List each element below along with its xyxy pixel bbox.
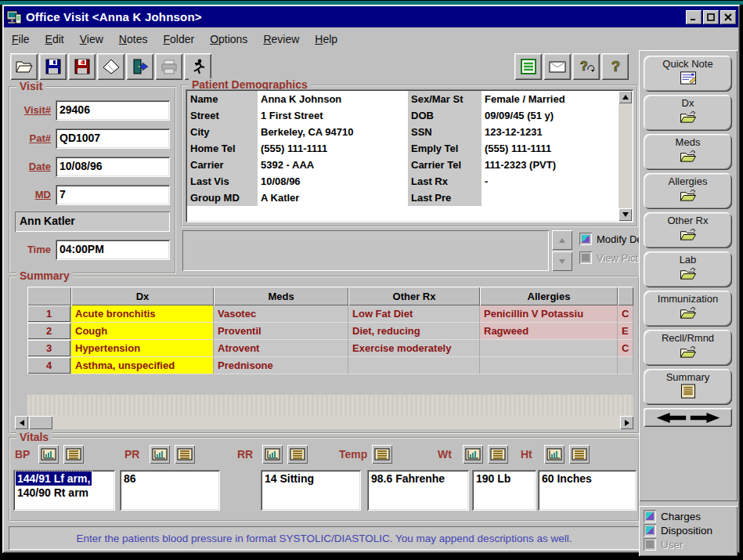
- disposition-check-icon[interactable]: [644, 524, 656, 537]
- summary-hscrollbar[interactable]: [15, 416, 633, 429]
- sidebar-nav-arrows-button[interactable]: [644, 408, 732, 427]
- extra-cell[interactable]: [618, 357, 633, 374]
- rownum-cell[interactable]: 2: [27, 323, 71, 340]
- modify-demo-check-icon[interactable]: [579, 233, 592, 245]
- header-dx[interactable]: Dx: [71, 287, 214, 305]
- other-rx-cell[interactable]: Exercise moderately: [348, 340, 480, 357]
- demographics-list[interactable]: Name Anna K Johnson Sex/Mar St Female / …: [186, 89, 633, 222]
- other-rx-cell[interactable]: Low Fat Diet: [348, 305, 480, 323]
- scroll-up-button[interactable]: [619, 91, 632, 103]
- scroll-down-button[interactable]: [619, 208, 632, 221]
- sidebar-button-other-rx[interactable]: Other Rx: [644, 212, 732, 248]
- ht-chart-button[interactable]: [544, 445, 564, 464]
- time-input[interactable]: 04:00PM: [56, 240, 170, 260]
- other-rx-cell[interactable]: Diet, reducing: [348, 323, 480, 340]
- save-as-button[interactable]: [68, 53, 96, 80]
- bp-input[interactable]: 144/91 Lf arm, 140/90 Rt arm: [13, 470, 115, 511]
- menu-file[interactable]: File: [4, 30, 38, 49]
- menu-review[interactable]: Review: [255, 30, 307, 49]
- sidebar-button-lab[interactable]: Lab: [644, 251, 732, 287]
- bp-chart-button[interactable]: [38, 445, 59, 464]
- wt-chart-button[interactable]: [463, 445, 483, 464]
- extra-cell[interactable]: C: [618, 305, 633, 323]
- patient-number-input[interactable]: QD1007: [56, 128, 170, 149]
- disposition-checkbox[interactable]: Disposition: [644, 524, 733, 537]
- header-meds[interactable]: Meds: [214, 287, 348, 305]
- open-button[interactable]: [10, 53, 38, 80]
- ht-input[interactable]: 60 Inches: [538, 470, 637, 511]
- meds-cell[interactable]: Prednisone: [214, 357, 348, 374]
- sidebar-button-quick-note[interactable]: Quick Note: [644, 56, 732, 92]
- dx-cell[interactable]: Hypertension: [71, 340, 214, 357]
- sidebar-button-recll-rmnd[interactable]: Recll/Rmnd: [644, 330, 732, 366]
- wt-input[interactable]: 190 Lb: [472, 470, 536, 511]
- scroll-left-button[interactable]: [15, 416, 28, 429]
- menu-view[interactable]: View: [72, 30, 111, 49]
- dx-cell[interactable]: Cough: [71, 323, 214, 340]
- menu-options[interactable]: Options: [202, 30, 255, 49]
- rr-list-button[interactable]: [287, 445, 308, 464]
- allergies-cell[interactable]: [480, 340, 618, 357]
- minimize-button[interactable]: [686, 10, 702, 24]
- sidebar-button-dx[interactable]: Dx: [644, 95, 732, 131]
- rownum-cell[interactable]: 4: [27, 357, 71, 374]
- context-help-button[interactable]: ?: [572, 53, 600, 80]
- notes-list-button[interactable]: [514, 53, 542, 80]
- envelope-button[interactable]: [543, 53, 571, 80]
- sidebar-button-immunization[interactable]: Immunization: [644, 291, 732, 327]
- md-input[interactable]: 7: [56, 185, 170, 205]
- other-rx-cell[interactable]: [348, 357, 480, 374]
- sidebar-button-meds[interactable]: Meds: [644, 134, 732, 170]
- demographics-scrollbar[interactable]: [619, 91, 632, 221]
- menu-edit[interactable]: Edit: [38, 30, 72, 49]
- sidebar-button-allergies[interactable]: Allergies: [644, 173, 732, 209]
- run-button[interactable]: [184, 53, 211, 80]
- pr-list-button[interactable]: [175, 445, 195, 464]
- bp-list-button[interactable]: [63, 445, 84, 464]
- ht-list-button[interactable]: [569, 445, 590, 464]
- spinner-up-button[interactable]: [552, 230, 572, 250]
- visit-number-label[interactable]: Visit#: [10, 104, 51, 116]
- print-button[interactable]: [155, 53, 182, 80]
- header-other-rx[interactable]: Other Rx: [348, 287, 480, 305]
- extra-cell[interactable]: C: [618, 340, 633, 357]
- rownum-cell[interactable]: 1: [27, 305, 71, 323]
- allergies-cell[interactable]: [480, 357, 618, 374]
- menu-notes[interactable]: Notes: [111, 30, 156, 49]
- temp-list-button[interactable]: [372, 445, 392, 464]
- exit-button[interactable]: [126, 53, 153, 80]
- allergies-cell[interactable]: Ragweed: [480, 323, 618, 340]
- meds-cell[interactable]: Atrovent: [214, 340, 348, 357]
- dx-cell[interactable]: Asthma, unspecified: [71, 357, 214, 374]
- wt-list-button[interactable]: [488, 445, 508, 464]
- charges-check-icon[interactable]: [644, 510, 656, 522]
- help-button[interactable]: ?: [601, 53, 629, 80]
- close-button[interactable]: [720, 10, 736, 24]
- menu-folder[interactable]: Folder: [155, 30, 202, 49]
- maximize-button[interactable]: [703, 10, 719, 24]
- scroll-right-button[interactable]: [620, 416, 633, 429]
- allergies-cell[interactable]: Penicillin V Potassiu: [480, 305, 618, 323]
- comment-box[interactable]: [182, 230, 549, 271]
- header-allergies[interactable]: Allergies: [480, 287, 618, 305]
- scrollbar-thumb[interactable]: [29, 416, 52, 429]
- pr-input[interactable]: 86: [120, 470, 220, 511]
- visit-number-input[interactable]: 29406: [56, 100, 170, 121]
- extra-cell[interactable]: E: [618, 323, 633, 340]
- patient-number-label[interactable]: Pat#: [10, 132, 51, 144]
- md-label[interactable]: MD: [10, 189, 51, 201]
- pr-chart-button[interactable]: [150, 445, 170, 464]
- dx-cell[interactable]: Acute bronchitis: [71, 305, 214, 323]
- meds-cell[interactable]: Vasotec: [214, 305, 348, 323]
- meds-cell[interactable]: Proventil: [214, 323, 348, 340]
- save-button[interactable]: [39, 53, 67, 80]
- charges-checkbox[interactable]: Charges: [644, 510, 733, 522]
- erase-button[interactable]: [97, 53, 124, 80]
- date-label[interactable]: Date: [10, 161, 51, 172]
- rr-chart-button[interactable]: [262, 445, 283, 464]
- temp-input[interactable]: 98.6 Fahrenhe: [367, 470, 469, 511]
- rr-input[interactable]: 14 Sitting: [261, 470, 361, 511]
- spinner-down-button[interactable]: [552, 251, 572, 271]
- sidebar-button-summary[interactable]: Summary: [644, 369, 732, 405]
- date-input[interactable]: 10/08/96: [56, 157, 170, 177]
